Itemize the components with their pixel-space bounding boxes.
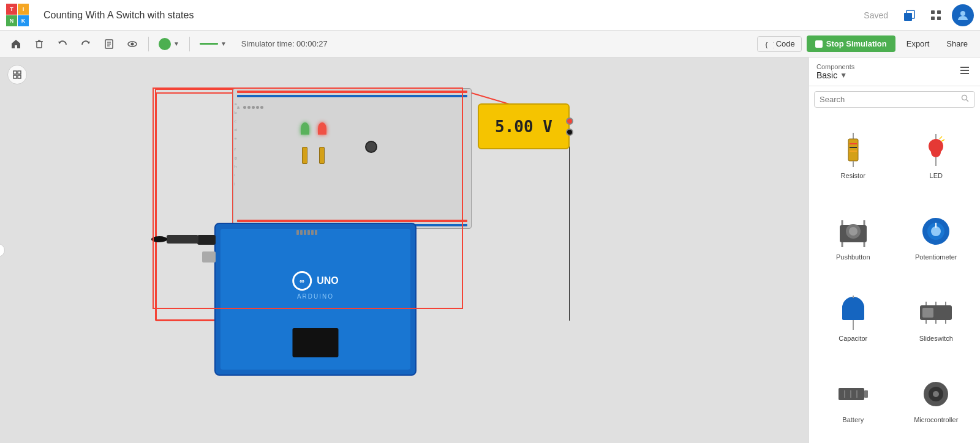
panel-collapse-button[interactable]: › xyxy=(0,244,5,257)
breadboard-grid: a xyxy=(237,102,467,215)
logo-i: I xyxy=(18,4,29,15)
arduino-inner: ∞ UNO ARDUINO xyxy=(221,229,410,370)
resistor-2[interactable] xyxy=(319,147,325,164)
power-plug-head xyxy=(151,236,167,242)
share-button[interactable]: Share xyxy=(940,37,974,51)
component-item-slideswitch[interactable]: Slideswitch xyxy=(895,278,978,359)
slideswitch-icon xyxy=(919,296,953,330)
svg-rect-37 xyxy=(960,70,969,71)
arduino-uno[interactable]: ∞ UNO ARDUINO xyxy=(214,223,417,376)
bb-row: a xyxy=(237,102,467,113)
svg-rect-20 xyxy=(18,71,21,74)
svg-rect-77 xyxy=(864,390,868,398)
components-type: Basic xyxy=(816,70,837,80)
svg-rect-38 xyxy=(960,73,969,74)
arduino-pin-header-top xyxy=(296,230,317,235)
capacitor-svg xyxy=(841,296,865,330)
undo-button[interactable] xyxy=(53,34,72,54)
redo-button[interactable] xyxy=(76,34,96,54)
svg-line-52 xyxy=(941,140,944,141)
resistor-1[interactable] xyxy=(302,147,307,164)
trash-icon xyxy=(34,39,45,50)
search-input[interactable] xyxy=(820,95,957,104)
svg-point-83 xyxy=(933,391,939,397)
list-view-button[interactable] xyxy=(957,62,973,81)
battery-svg xyxy=(837,385,869,403)
svg-rect-19 xyxy=(13,71,17,74)
color-picker-button[interactable]: ▼ xyxy=(155,37,183,51)
slideswitch-label: Slideswitch xyxy=(919,335,953,342)
component-item-potentiometer[interactable]: Potentiometer xyxy=(895,196,978,278)
components-type-row[interactable]: Basic ▼ xyxy=(816,70,854,80)
arduino-brand-text: ARDUINO xyxy=(292,293,339,300)
zoom-icon xyxy=(12,70,22,80)
arduino-logo-row: ∞ UNO xyxy=(292,271,339,291)
export-button[interactable]: Export xyxy=(900,37,936,51)
meter-ports xyxy=(566,117,573,136)
component-item-microcontroller[interactable]: Microcontroller xyxy=(895,359,978,441)
component-item-battery[interactable]: Battery xyxy=(812,359,895,441)
notes-button[interactable] xyxy=(99,34,119,54)
logo-k: K xyxy=(18,15,29,26)
svg-rect-22 xyxy=(18,75,21,78)
type-dropdown-arrow: ▼ xyxy=(840,71,847,80)
right-panel: Components Basic ▼ xyxy=(809,58,980,443)
line-style-button[interactable]: ▼ xyxy=(196,39,230,48)
capacitor-label: Capacitor xyxy=(839,335,867,342)
tinkercad-logo: T I N K xyxy=(6,4,29,26)
breadboard-rail-positive xyxy=(237,91,467,93)
code-label: Code xyxy=(776,39,795,48)
svg-line-40 xyxy=(967,100,969,102)
view-button[interactable] xyxy=(123,34,142,54)
grid-view-button[interactable] xyxy=(925,4,947,26)
delete-button[interactable] xyxy=(29,34,49,54)
svg-point-39 xyxy=(962,95,967,100)
home-button[interactable] xyxy=(6,34,26,54)
search-box[interactable] xyxy=(814,91,975,108)
arduino-label-center: ∞ UNO ARDUINO xyxy=(292,271,339,300)
svg-rect-76 xyxy=(839,388,864,400)
stop-simulation-button[interactable]: Stop Simulation xyxy=(807,35,895,52)
saved-status: Saved xyxy=(864,10,888,20)
svg-rect-2 xyxy=(931,10,935,14)
pushbutton-component[interactable] xyxy=(365,141,377,153)
component-item-led[interactable]: LED xyxy=(895,115,978,196)
led-icon xyxy=(919,133,953,167)
led-svg xyxy=(926,134,946,166)
zoom-to-fit-button[interactable] xyxy=(7,65,27,84)
logo-t: T xyxy=(6,4,17,15)
svg-rect-36 xyxy=(960,67,969,68)
potentiometer-icon xyxy=(919,214,953,248)
svg-point-62 xyxy=(931,226,941,236)
component-item-capacitor[interactable]: Capacitor xyxy=(812,278,895,359)
components-grid: Resistor LED xyxy=(809,113,980,443)
led-red-component[interactable] xyxy=(318,122,326,135)
share-label: Share xyxy=(946,39,968,48)
svg-line-51 xyxy=(940,136,942,139)
svg-text:{ }: { } xyxy=(764,41,774,49)
user-avatar[interactable] xyxy=(952,4,974,26)
component-item-resistor[interactable]: Resistor xyxy=(812,115,895,196)
undo-icon xyxy=(57,39,68,50)
stop-icon xyxy=(815,40,823,48)
meter-port-positive[interactable] xyxy=(566,117,573,125)
search-icon-svg xyxy=(961,94,970,103)
component-item-pushbutton[interactable]: Pushbutton xyxy=(812,196,895,278)
canvas-area[interactable]: a xyxy=(0,58,809,443)
cube-icon xyxy=(902,9,916,22)
pushbutton-svg xyxy=(837,215,869,247)
components-header-left: Components Basic ▼ xyxy=(816,63,854,80)
voltage-meter[interactable]: 5.00 V xyxy=(478,103,570,149)
breadboard-rail-negative xyxy=(237,95,467,97)
code-button[interactable]: { } Code xyxy=(757,36,802,52)
meter-port-negative[interactable] xyxy=(566,128,573,136)
list-icon xyxy=(959,65,970,76)
components-label: Components xyxy=(816,63,854,70)
view-3d-button[interactable] xyxy=(898,4,920,26)
microcontroller-label: Microcontroller xyxy=(914,416,958,423)
arduino-chip xyxy=(293,328,339,357)
code-icon: { } xyxy=(764,39,774,49)
battery-icon xyxy=(836,377,870,411)
led-green[interactable] xyxy=(301,122,309,135)
color-dropdown-arrow: ▼ xyxy=(173,40,179,47)
